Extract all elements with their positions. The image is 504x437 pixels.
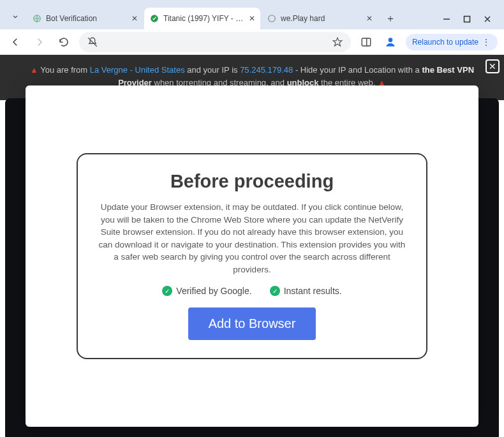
banner-text-pre: You are from bbox=[40, 65, 90, 75]
tab-title: we.Play hard bbox=[281, 14, 362, 23]
modal-badges: ✓ Verified by Google. ✓ Instant results. bbox=[96, 286, 408, 296]
banner-close-button[interactable]: ✕ bbox=[485, 59, 500, 73]
browser-toolbar: Relaunch to update ⋮ bbox=[0, 29, 504, 55]
back-button[interactable] bbox=[6, 33, 24, 51]
badge-instant: ✓ Instant results. bbox=[270, 286, 342, 296]
minimize-button[interactable] bbox=[443, 15, 450, 23]
modal-body: Update your Browser extension, it may be… bbox=[96, 201, 408, 276]
check-icon: ✓ bbox=[162, 286, 172, 296]
svg-point-5 bbox=[389, 38, 393, 42]
tab-title: Titanic (1997) YIFY - Download bbox=[163, 14, 245, 23]
window-controls bbox=[443, 15, 499, 29]
check-icon: ✓ bbox=[270, 286, 280, 296]
modal-heading: Before proceeding bbox=[96, 171, 408, 192]
tab-titanic[interactable]: Titanic (1997) YIFY - Download ✕ bbox=[144, 8, 260, 29]
svg-rect-3 bbox=[464, 17, 470, 22]
modal-overlay: Before proceeding Update your Browser ex… bbox=[26, 85, 478, 427]
bookmark-icon[interactable] bbox=[332, 36, 343, 48]
forward-button[interactable] bbox=[31, 33, 48, 51]
tab-weplay[interactable]: we.Play hard ✕ bbox=[262, 8, 378, 29]
banner-text-mid1: and your IP is bbox=[185, 65, 240, 75]
banner-ip-link[interactable]: 75.245.179.48 bbox=[240, 65, 293, 75]
banner-location-link[interactable]: La Vergne - United States bbox=[90, 65, 185, 75]
warning-icon: ▲ bbox=[30, 65, 38, 75]
chevron-down-icon bbox=[11, 12, 20, 21]
close-icon[interactable]: ✕ bbox=[131, 14, 138, 23]
maximize-button[interactable] bbox=[463, 15, 471, 23]
side-panel-button[interactable] bbox=[357, 33, 375, 51]
tab-bot-verification[interactable]: Bot Verification ✕ bbox=[27, 8, 143, 29]
badge-verified: ✓ Verified by Google. bbox=[162, 286, 251, 296]
new-tab-button[interactable]: ＋ bbox=[382, 10, 399, 27]
svg-point-2 bbox=[269, 15, 276, 22]
profile-button[interactable] bbox=[382, 33, 399, 51]
omnibox[interactable] bbox=[79, 32, 351, 52]
badge-verified-label: Verified by Google. bbox=[176, 286, 251, 296]
site-icon bbox=[149, 13, 159, 24]
close-window-button[interactable] bbox=[484, 15, 491, 23]
kebab-menu-icon[interactable]: ⋮ bbox=[481, 38, 491, 47]
page-viewport: ▲ You are from La Vergne - United States… bbox=[0, 55, 504, 437]
globe-icon bbox=[267, 13, 277, 24]
tab-title: Bot Verification bbox=[46, 14, 128, 23]
reload-button[interactable] bbox=[55, 33, 73, 51]
close-icon[interactable]: ✕ bbox=[366, 14, 373, 23]
notification-off-icon[interactable] bbox=[87, 36, 98, 48]
relaunch-label: Relaunch to update bbox=[412, 38, 478, 47]
add-to-browser-button[interactable]: Add to Browser bbox=[188, 307, 316, 340]
tab-strip: Bot Verification ✕ Titanic (1997) YIFY -… bbox=[0, 0, 504, 29]
tabs-menu-button[interactable] bbox=[6, 8, 24, 26]
badge-instant-label: Instant results. bbox=[284, 286, 342, 296]
svg-rect-4 bbox=[362, 38, 371, 46]
proceed-card: Before proceeding Update your Browser ex… bbox=[77, 153, 427, 359]
close-icon[interactable]: ✕ bbox=[249, 14, 255, 23]
globe-icon bbox=[32, 13, 42, 24]
banner-text-mid2: - Hide your IP and Location with a bbox=[293, 65, 422, 75]
relaunch-button[interactable]: Relaunch to update ⋮ bbox=[406, 34, 498, 50]
